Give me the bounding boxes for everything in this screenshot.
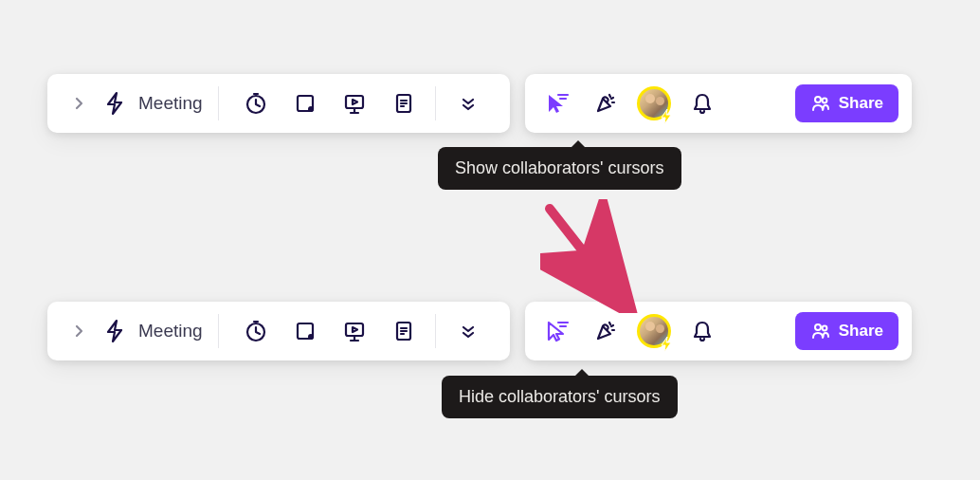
present-button[interactable]	[336, 85, 372, 121]
svg-point-12	[815, 324, 821, 330]
meeting-button[interactable]: Meeting	[100, 89, 203, 118]
notifications-button[interactable]	[684, 313, 720, 349]
tooltip-hide-cursors: Hide collaborators' cursors	[442, 376, 678, 418]
svg-line-14	[550, 209, 611, 287]
share-label: Share	[839, 94, 883, 113]
toolbar-left-card: Meeting	[47, 74, 510, 133]
left-tool-icons	[238, 313, 422, 349]
more-button[interactable]	[447, 313, 489, 349]
note-button[interactable]	[287, 313, 323, 349]
chevron-double-down-icon	[460, 95, 477, 112]
tooltip-show-cursors: Show collaborators' cursors	[438, 147, 681, 190]
toolbar-row-hide: Meeting	[47, 302, 912, 360]
share-label: Share	[839, 322, 883, 341]
svg-point-13	[822, 326, 826, 331]
toolbar-right-card: Share	[525, 74, 912, 133]
svg-point-2	[308, 106, 314, 112]
cursor-icon	[542, 89, 571, 118]
expand-toggle[interactable]	[61, 85, 97, 121]
notifications-button[interactable]	[684, 85, 720, 121]
people-icon	[810, 321, 831, 342]
meeting-label: Meeting	[138, 93, 203, 114]
svg-rect-10	[346, 323, 363, 336]
chevron-right-icon	[72, 324, 85, 338]
party-popper-icon	[592, 90, 619, 117]
cursor-outline-icon	[542, 317, 571, 345]
doc-button[interactable]	[386, 85, 422, 121]
timer-icon	[244, 91, 268, 116]
sticky-note-icon	[293, 319, 318, 343]
divider	[435, 86, 436, 120]
svg-rect-3	[346, 96, 363, 108]
toolbar-right-card: Share	[525, 302, 912, 360]
note-button[interactable]	[287, 85, 323, 121]
bolt-badge-icon	[658, 336, 675, 353]
document-icon	[391, 319, 416, 343]
people-icon	[810, 93, 831, 114]
meeting-label: Meeting	[138, 321, 203, 342]
expand-toggle[interactable]	[61, 313, 97, 349]
timer-button[interactable]	[238, 313, 274, 349]
bolt-badge-icon	[658, 108, 675, 125]
bolt-icon	[100, 317, 129, 345]
svg-point-5	[815, 97, 821, 102]
chevron-double-down-icon	[460, 323, 477, 340]
annotation-arrow-icon	[540, 199, 654, 313]
chevron-right-icon	[72, 97, 85, 110]
presentation-icon	[342, 319, 367, 343]
party-popper-icon	[592, 318, 619, 344]
doc-button[interactable]	[386, 313, 422, 349]
avatar-button[interactable]	[637, 314, 671, 348]
reactions-button[interactable]	[588, 313, 624, 349]
meeting-button[interactable]: Meeting	[100, 317, 203, 345]
bolt-icon	[100, 89, 129, 118]
divider	[218, 86, 219, 120]
toolbar-left-card: Meeting	[47, 302, 510, 360]
document-icon	[391, 91, 416, 116]
svg-point-6	[822, 99, 826, 103]
cursor-toggle-button[interactable]	[538, 313, 574, 349]
more-button[interactable]	[447, 85, 489, 121]
timer-button[interactable]	[238, 85, 274, 121]
divider	[218, 314, 219, 348]
divider	[435, 314, 436, 348]
sticky-note-icon	[293, 91, 318, 116]
bell-icon	[690, 319, 715, 343]
avatar-button[interactable]	[637, 86, 671, 120]
present-button[interactable]	[336, 313, 372, 349]
reactions-button[interactable]	[588, 85, 624, 121]
svg-point-9	[308, 334, 314, 340]
share-button[interactable]: Share	[795, 84, 898, 122]
bell-icon	[690, 91, 715, 116]
timer-icon	[244, 319, 268, 343]
left-tool-icons	[238, 85, 422, 121]
share-button[interactable]: Share	[795, 312, 898, 350]
presentation-icon	[342, 91, 367, 116]
toolbar-row-show: Meeting	[47, 74, 912, 133]
cursor-toggle-button[interactable]	[538, 85, 574, 121]
